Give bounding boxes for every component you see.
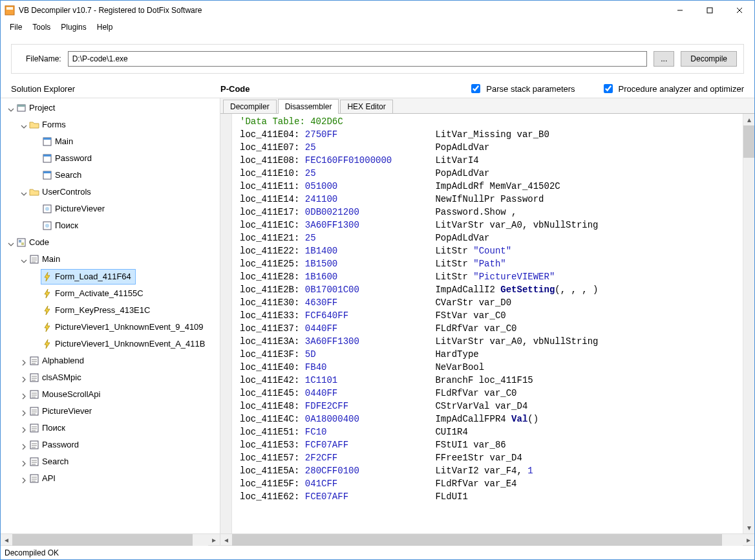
tree-twist-icon[interactable] — [20, 360, 28, 366]
filename-bar-inner: FileName: ... Decompile — [11, 44, 744, 74]
tree-node-label: UserControls — [42, 185, 91, 199]
tree-node[interactable]: Main — [41, 135, 74, 149]
code-tabs: Decompiler Disassembler HEX Editor — [220, 98, 754, 114]
tree-node-label: Form_Activate_41155C — [55, 286, 144, 301]
close-button[interactable] — [725, 1, 754, 20]
tree-twist-icon[interactable] — [7, 107, 15, 113]
tree-node[interactable]: PictureViever1_UnknownEvent_A_411B — [41, 337, 206, 351]
tree-node[interactable]: Forms — [28, 118, 67, 132]
tree-node-label: Search — [42, 455, 69, 469]
bolt-icon — [42, 288, 52, 299]
scroll-right-icon[interactable]: ▸ — [743, 534, 754, 546]
tree-node[interactable]: Search — [41, 168, 83, 182]
procedure-analyzer-checkbox[interactable]: Procedure analyzer and optimizer — [601, 82, 744, 95]
code-hscrollbar[interactable]: ◂ ▸ — [220, 533, 754, 545]
tree-node[interactable]: Main — [28, 252, 61, 266]
decompile-button[interactable]: Decompile — [681, 51, 737, 67]
tree-node[interactable]: clsASMpic — [28, 371, 83, 385]
filename-label: FileName: — [26, 54, 61, 63]
scroll-right-icon[interactable]: ▸ — [208, 534, 220, 546]
tree-node[interactable]: UserControls — [28, 185, 92, 199]
tree-node[interactable]: Project — [15, 101, 56, 115]
svg-rect-13 — [43, 171, 51, 173]
tree-node[interactable]: Alphablend — [28, 354, 85, 368]
scroll-down-icon[interactable]: ▾ — [743, 522, 754, 533]
tree-twist-icon[interactable] — [7, 241, 15, 248]
tree-node-label: Form_Load_411F64 — [55, 270, 131, 284]
tree-node[interactable]: Поиск — [41, 219, 80, 233]
scroll-left-icon[interactable]: ◂ — [220, 534, 232, 546]
body: ProjectFormsMainPasswordSearchUserContro… — [1, 98, 754, 545]
tree-node-label: Password — [55, 151, 92, 166]
scroll-left-icon[interactable]: ◂ — [1, 534, 12, 546]
tree-twist-icon[interactable] — [20, 393, 28, 400]
svg-rect-20 — [21, 242, 24, 245]
tree-node[interactable]: Поиск — [28, 421, 67, 435]
filename-input[interactable] — [68, 51, 648, 67]
statusbar: Decompiled OK — [1, 545, 754, 559]
code-area: 'Data Table: 402D6C loc_411E04: 2750FF L… — [220, 114, 754, 533]
tree-node-label: PictureViever1_UnknownEvent_A_411B — [55, 337, 205, 351]
tree-node-label: Password — [42, 438, 79, 452]
scroll-up-icon[interactable]: ▴ — [743, 114, 754, 125]
tree-node[interactable]: PictureViever — [28, 404, 93, 418]
tree-node[interactable]: Search — [28, 455, 70, 469]
tree-node[interactable]: Code — [15, 235, 50, 250]
tree-twist-icon[interactable] — [20, 410, 28, 416]
minimize-button[interactable] — [665, 1, 695, 20]
tree-node-label: Project — [29, 101, 55, 115]
tree-twist-icon[interactable] — [20, 124, 28, 130]
tree-node-label: Code — [29, 235, 49, 250]
tree-node-label: Поиск — [55, 219, 78, 233]
project-tree[interactable]: ProjectFormsMainPasswordSearchUserContro… — [1, 98, 220, 533]
parse-stack-checkbox-input[interactable] — [471, 84, 480, 93]
tree-twist-icon[interactable] — [20, 477, 28, 484]
tree-node-label: Search — [55, 168, 81, 182]
tab-decompiler[interactable]: Decompiler — [223, 100, 277, 113]
tree-node-label: API — [42, 471, 56, 486]
module-icon — [29, 473, 39, 484]
tree-node[interactable]: PictureViever1_UnknownEvent_9_4109 — [41, 320, 205, 334]
tree-node-label: Form_KeyPress_413E1C — [55, 303, 150, 318]
svg-rect-3 — [707, 8, 712, 13]
tree-twist-icon[interactable] — [20, 444, 28, 450]
bolt-icon — [42, 322, 52, 332]
tree-node[interactable]: API — [28, 471, 57, 486]
maximize-button[interactable] — [695, 1, 725, 20]
tab-hex-editor[interactable]: HEX Editor — [340, 100, 392, 113]
explorer-hscrollbar[interactable]: ◂ ▸ — [1, 533, 220, 545]
tree-twist-icon[interactable] — [20, 191, 28, 197]
tree-node-label: PictureViever — [42, 404, 92, 418]
tree-node[interactable]: Form_KeyPress_413E1C — [41, 303, 151, 318]
tree-twist-icon[interactable] — [20, 427, 28, 433]
menu-help[interactable]: Help — [92, 21, 118, 33]
tab-disassembler[interactable]: Disassembler — [278, 99, 339, 114]
tree-twist-icon[interactable] — [20, 460, 28, 467]
tree-twist-icon[interactable] — [20, 376, 28, 383]
codegrp-icon — [16, 237, 27, 248]
tree-node[interactable]: Password — [28, 438, 80, 452]
svg-rect-19 — [19, 240, 21, 242]
tree-node[interactable]: Form_Activate_41155C — [41, 286, 145, 301]
form-icon — [42, 153, 52, 164]
svg-point-17 — [45, 224, 49, 228]
code-vscrollbar[interactable]: ▴ ▾ — [743, 114, 754, 533]
tree-node[interactable]: PictureViever — [41, 202, 106, 216]
procedure-analyzer-checkbox-input[interactable] — [604, 84, 613, 93]
module-icon — [29, 254, 39, 264]
tree-node[interactable]: MouseScrollApi — [28, 387, 101, 402]
tree-twist-icon[interactable] — [20, 258, 28, 264]
tree-node-label: Forms — [42, 118, 66, 132]
form-icon — [42, 136, 52, 147]
folder-icon — [29, 120, 39, 130]
module-icon — [29, 389, 39, 400]
code-listing[interactable]: 'Data Table: 402D6C loc_411E04: 2750FF L… — [232, 114, 743, 533]
menu-plugins[interactable]: Plugins — [56, 21, 91, 33]
tree-node[interactable]: Form_Load_411F64 — [41, 269, 136, 285]
tree-node[interactable]: Password — [41, 151, 93, 166]
menu-file[interactable]: File — [5, 21, 27, 33]
menu-tools[interactable]: Tools — [27, 21, 56, 33]
parse-stack-checkbox[interactable]: Parse stack parameters — [469, 82, 575, 95]
browse-button[interactable]: ... — [654, 51, 674, 67]
titlebar: VB Decompiler v10.7 - Registered to DotF… — [1, 1, 754, 20]
